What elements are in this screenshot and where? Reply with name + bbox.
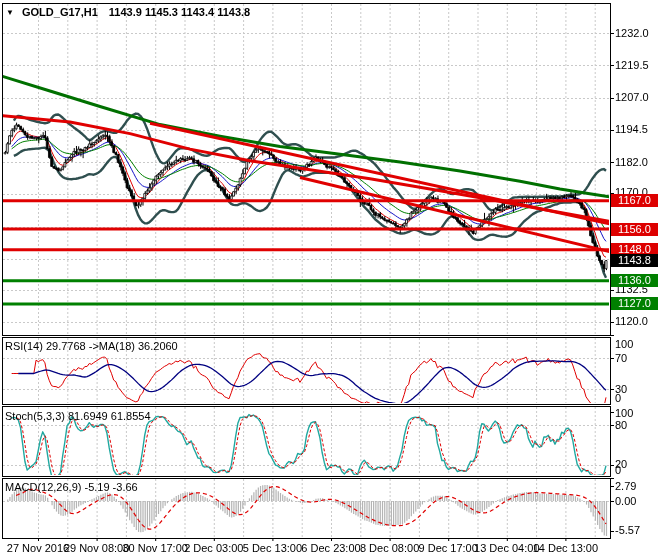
chart-window: ▼ GOLD_G17,H1 1143.9 1145.3 1143.4 1143.…	[0, 0, 660, 560]
symbol-dropdown-icon[interactable]: ▼	[6, 8, 14, 17]
price-axis-tick: 1194.5	[615, 123, 648, 136]
macd-axis-tick: 0.00	[615, 495, 636, 508]
time-axis-label: 13 Dec 04:00	[474, 542, 539, 555]
rsi-axis-tick: 0	[615, 392, 621, 405]
price-axis-tick: 1182.0	[615, 156, 648, 169]
time-axis-label: 5 Dec 13:00	[243, 542, 302, 555]
time-axis-label: 30 Nov 17:00	[122, 542, 187, 555]
stoch-indicator-label: Stoch(5,3,3) 81.6949 61.8554	[5, 410, 151, 423]
price-level-badge: 1136.0	[611, 274, 658, 287]
rsi-indicator-label: RSI(14) 29.7768 ->MA(18) 36.2060	[5, 340, 178, 353]
rsi-axis-tick: 70	[615, 352, 627, 365]
time-axis-label: 29 Nov 08:00	[64, 542, 129, 555]
symbol-period-label: GOLD_G17,H1	[22, 6, 98, 18]
time-axis-label: 8 Dec 08:00	[360, 542, 419, 555]
price-chart-canvas[interactable]	[0, 0, 660, 560]
price-axis-tick: 1219.5	[615, 59, 649, 72]
price-level-badge: 1143.8	[611, 254, 658, 267]
time-axis-label: 27 Nov 2016	[7, 542, 69, 555]
stoch-axis-tick: 80	[615, 419, 627, 432]
price-level-badge: 1127.0	[611, 297, 658, 310]
stoch-axis-tick: 0	[615, 464, 621, 477]
price-axis-tick: 1120.0	[615, 315, 648, 328]
price-level-badge: 1156.0	[611, 223, 658, 236]
ohlc-values: 1143.9 1145.3 1143.4 1143.8	[109, 6, 250, 18]
chart-header: ▼ GOLD_G17,H1 1143.9 1145.3 1143.4 1143.…	[6, 6, 250, 18]
time-axis-label: 9 Dec 17:00	[419, 542, 478, 555]
time-axis-label: 14 Dec 13:00	[533, 542, 598, 555]
price-axis-tick: 1207.0	[615, 91, 649, 104]
macd-indicator-label: MACD(12,26,9) -5.19 -3.66	[5, 481, 138, 494]
price-level-badge: 1167.0	[611, 194, 658, 207]
macd-axis-tick: -5.57	[615, 524, 640, 537]
macd-axis-tick: 2.79	[615, 480, 636, 493]
stoch-axis-tick: 100	[615, 407, 633, 420]
price-axis-tick: 1232.0	[615, 27, 649, 40]
time-axis-label: 2 Dec 03:00	[184, 542, 243, 555]
time-axis-label: 6 Dec 23:00	[301, 542, 360, 555]
rsi-axis-tick: 100	[615, 338, 633, 351]
